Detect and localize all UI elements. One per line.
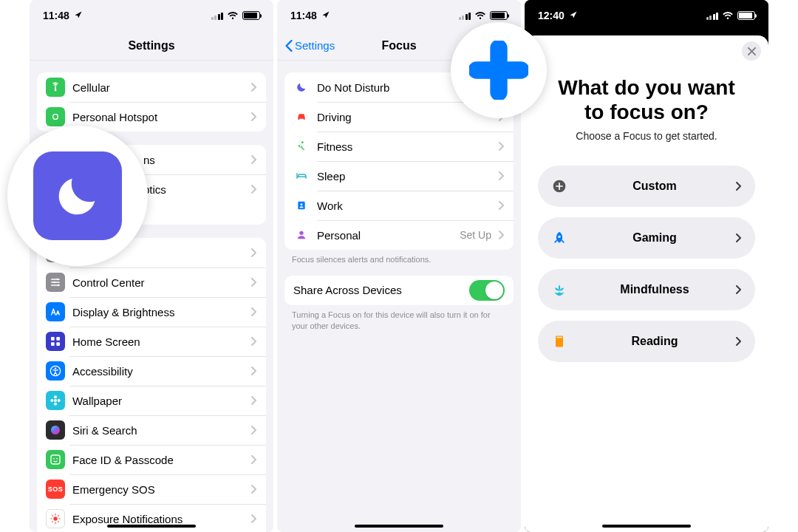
chevron-right-icon — [499, 231, 505, 239]
settings-row[interactable]: Face ID & Passcode — [37, 445, 266, 474]
settings-row[interactable]: Home Screen — [37, 327, 266, 356]
settings-row[interactable]: Control Center — [37, 267, 266, 297]
siri-icon — [46, 420, 65, 440]
plus-circle-icon — [551, 179, 567, 194]
bed-icon — [293, 166, 310, 185]
cellular-signal-icon — [706, 12, 719, 20]
sheet-subtitle: Choose a Focus to get started. — [538, 130, 755, 142]
row-label: Sleep — [317, 170, 494, 183]
row-label: Cellular — [72, 81, 247, 94]
chevron-right-icon — [251, 514, 257, 523]
option-label: Reading — [567, 335, 742, 348]
settings-row[interactable]: Wallpaper — [37, 386, 266, 415]
text-icon — [46, 302, 65, 321]
run-icon — [293, 137, 310, 156]
chevron-right-icon — [499, 171, 505, 180]
wifi-icon — [474, 11, 486, 20]
row-label: Wallpaper — [72, 395, 247, 407]
chevron-right-icon — [736, 285, 742, 294]
home-indicator[interactable] — [107, 525, 196, 528]
sliders-icon — [46, 273, 65, 292]
focus-option-reading[interactable]: Reading — [538, 321, 755, 362]
status-bar: 12:40 — [525, 0, 768, 31]
chevron-right-icon — [251, 366, 257, 375]
settings-row[interactable]: SOSEmergency SOS — [37, 474, 266, 504]
row-label: Face ID & Passcode — [72, 454, 247, 466]
settings-row[interactable]: Work — [284, 191, 514, 220]
chevron-right-icon — [251, 307, 257, 316]
settings-row[interactable]: Accessibility — [37, 356, 266, 386]
chevron-right-icon — [499, 201, 505, 210]
badge-icon — [293, 196, 310, 215]
chevron-right-icon — [251, 248, 257, 257]
chevron-right-icon — [251, 426, 257, 434]
chevron-right-icon — [736, 182, 742, 191]
settings-row[interactable]: Display & Brightness — [37, 297, 266, 327]
settings-group-network: CellularPersonal Hotspot — [37, 72, 266, 132]
status-bar: 11:48 — [30, 0, 273, 31]
book-icon — [551, 334, 567, 349]
chevron-right-icon — [251, 155, 257, 164]
row-label: Accessibility — [72, 365, 247, 378]
chevron-right-icon — [251, 278, 257, 287]
antenna-icon — [46, 78, 65, 97]
focus-option-custom[interactable]: Custom — [538, 166, 755, 207]
option-label: Gaming — [567, 231, 742, 245]
settings-row[interactable]: Exposure Notifications — [37, 504, 266, 532]
car-icon — [293, 107, 310, 126]
screenshot-settings: 11:48 Settings CellularPersonal Hotspot … — [30, 0, 273, 532]
settings-row[interactable]: Siri & Search — [37, 415, 266, 445]
grid-icon — [46, 332, 65, 351]
face-icon — [46, 450, 65, 469]
sos-icon: SOS — [46, 480, 65, 499]
home-indicator[interactable] — [602, 525, 691, 528]
row-label: Work — [317, 200, 494, 212]
focus-option-mindfulness[interactable]: Mindfulness — [538, 269, 755, 310]
chevron-right-icon — [251, 112, 257, 121]
moon-icon — [33, 151, 122, 240]
flower-icon — [46, 391, 65, 410]
settings-row[interactable]: Cellular — [37, 72, 266, 102]
settings-row[interactable]: PersonalSet Up — [284, 220, 514, 250]
exposure-icon — [46, 509, 65, 528]
battery-icon — [737, 11, 755, 20]
row-label: Display & Brightness — [72, 306, 247, 318]
nav-title: Focus — [381, 39, 416, 52]
settings-row[interactable]: Fitness — [284, 132, 514, 161]
home-indicator[interactable] — [355, 525, 443, 528]
focus-option-list: CustomGamingMindfulnessReading — [538, 166, 755, 362]
person-icon — [293, 225, 310, 245]
settings-row[interactable]: Sleep — [284, 161, 514, 191]
back-button[interactable]: Settings — [284, 39, 335, 52]
chevron-right-icon — [251, 337, 257, 346]
wifi-icon — [722, 11, 734, 20]
chevron-right-icon — [499, 142, 505, 151]
moon-icon — [293, 78, 310, 97]
row-label: Siri & Search — [72, 424, 247, 437]
location-icon — [74, 10, 83, 21]
row-label: Personal — [317, 229, 460, 242]
row-label: Fitness — [317, 140, 494, 153]
share-toggle[interactable] — [469, 280, 505, 301]
location-icon — [569, 10, 578, 21]
cellular-signal-icon — [211, 12, 224, 20]
status-time: 11:48 — [290, 10, 317, 21]
chevron-right-icon — [736, 233, 742, 242]
focus-option-gaming[interactable]: Gaming — [538, 217, 755, 259]
row-label: Control Center — [72, 276, 247, 289]
status-time: 11:48 — [43, 10, 69, 21]
wifi-icon — [227, 11, 239, 20]
share-across-devices-row[interactable]: Share Across Devices — [284, 276, 514, 305]
row-label: Home Screen — [72, 335, 247, 348]
chevron-right-icon — [251, 83, 257, 92]
close-button[interactable] — [742, 41, 761, 61]
chevron-right-icon — [251, 396, 257, 405]
screenshot-new-focus: 12:40 What do you wantto focus on? Choos… — [525, 0, 768, 532]
row-label: Emergency SOS — [72, 483, 247, 496]
sheet-title: What do you wantto focus on? — [538, 75, 755, 124]
row-detail: Set Up — [460, 229, 491, 241]
focus-picker-sheet: What do you wantto focus on? Choose a Fo… — [525, 35, 768, 532]
share-footnote: Turning a Focus on for this device will … — [277, 305, 521, 332]
chevron-right-icon — [251, 185, 257, 194]
option-label: Mindfulness — [567, 283, 742, 296]
